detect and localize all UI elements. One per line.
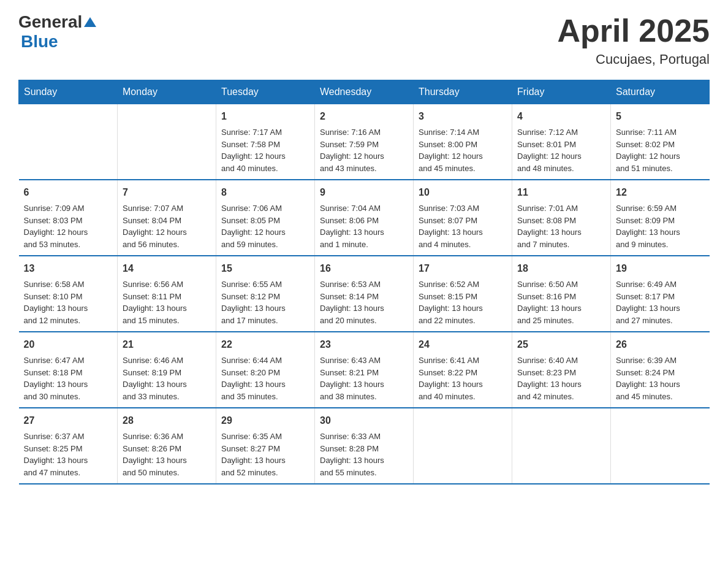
- weekday-header-saturday: Saturday: [611, 80, 710, 104]
- day-info: Sunrise: 6:41 AMSunset: 8:22 PMDaylight:…: [419, 354, 507, 402]
- calendar-cell: 1Sunrise: 7:17 AMSunset: 7:58 PMDaylight…: [216, 104, 315, 180]
- title-block: April 2025 Cucujaes, Portugal: [557, 12, 710, 67]
- calendar-cell: 23Sunrise: 6:43 AMSunset: 8:21 PMDayligh…: [315, 332, 414, 408]
- day-number: 26: [616, 337, 705, 352]
- calendar-cell: [19, 104, 118, 180]
- calendar-cell: 27Sunrise: 6:37 AMSunset: 8:25 PMDayligh…: [19, 408, 118, 484]
- logo-blue-text: Blue: [21, 32, 58, 51]
- calendar-cell: 9Sunrise: 7:04 AMSunset: 8:06 PMDaylight…: [315, 180, 414, 256]
- calendar-cell: [118, 104, 216, 180]
- day-number: 17: [419, 261, 507, 276]
- logo-general-text: General: [18, 12, 82, 32]
- calendar-cell: 10Sunrise: 7:03 AMSunset: 8:07 PMDayligh…: [414, 180, 512, 256]
- day-number: 28: [123, 413, 211, 428]
- logo-blue-row: Blue: [18, 32, 58, 52]
- weekday-header-row: SundayMondayTuesdayWednesdayThursdayFrid…: [19, 80, 710, 104]
- logo-icon: General Blue: [18, 12, 97, 52]
- day-info: Sunrise: 7:12 AMSunset: 8:01 PMDaylight:…: [517, 126, 605, 174]
- weekday-header-monday: Monday: [118, 80, 216, 104]
- calendar-body: 1Sunrise: 7:17 AMSunset: 7:58 PMDaylight…: [19, 104, 710, 484]
- calendar-cell: 3Sunrise: 7:14 AMSunset: 8:00 PMDaylight…: [414, 104, 512, 180]
- calendar-cell: 14Sunrise: 6:56 AMSunset: 8:11 PMDayligh…: [118, 256, 216, 332]
- calendar-cell: 17Sunrise: 6:52 AMSunset: 8:15 PMDayligh…: [414, 256, 512, 332]
- calendar-cell: 25Sunrise: 6:40 AMSunset: 8:23 PMDayligh…: [512, 332, 611, 408]
- logo: General Blue: [18, 12, 97, 52]
- calendar-cell: 16Sunrise: 6:53 AMSunset: 8:14 PMDayligh…: [315, 256, 414, 332]
- day-info: Sunrise: 7:09 AMSunset: 8:03 PMDaylight:…: [24, 202, 113, 250]
- day-number: 30: [320, 413, 408, 428]
- day-number: 27: [24, 413, 113, 428]
- day-info: Sunrise: 6:43 AMSunset: 8:21 PMDaylight:…: [320, 354, 408, 402]
- day-info: Sunrise: 6:44 AMSunset: 8:20 PMDaylight:…: [221, 354, 309, 402]
- page-header: General Blue April 2025 Cucujaes, Portug…: [18, 12, 710, 67]
- day-info: Sunrise: 7:04 AMSunset: 8:06 PMDaylight:…: [320, 202, 408, 250]
- day-number: 20: [24, 337, 113, 352]
- calendar-week-5: 27Sunrise: 6:37 AMSunset: 8:25 PMDayligh…: [19, 408, 710, 484]
- svg-marker-0: [84, 17, 96, 27]
- calendar-cell: 2Sunrise: 7:16 AMSunset: 7:59 PMDaylight…: [315, 104, 414, 180]
- day-number: 14: [123, 261, 211, 276]
- calendar-cell: 4Sunrise: 7:12 AMSunset: 8:01 PMDaylight…: [512, 104, 611, 180]
- day-info: Sunrise: 7:17 AMSunset: 7:58 PMDaylight:…: [221, 126, 309, 174]
- day-number: 1: [221, 109, 309, 124]
- calendar-cell: 28Sunrise: 6:36 AMSunset: 8:26 PMDayligh…: [118, 408, 216, 484]
- day-number: 10: [419, 185, 507, 200]
- logo-row: General: [18, 12, 97, 32]
- logo-triangle-icon: [83, 16, 97, 29]
- day-number: 29: [221, 413, 309, 428]
- day-info: Sunrise: 6:56 AMSunset: 8:11 PMDaylight:…: [123, 278, 211, 326]
- day-number: 5: [616, 109, 705, 124]
- calendar-cell: [414, 408, 512, 484]
- day-info: Sunrise: 6:33 AMSunset: 8:28 PMDaylight:…: [320, 431, 408, 478]
- calendar-cell: 7Sunrise: 7:07 AMSunset: 8:04 PMDaylight…: [118, 180, 216, 256]
- calendar-cell: 26Sunrise: 6:39 AMSunset: 8:24 PMDayligh…: [611, 332, 710, 408]
- day-info: Sunrise: 6:46 AMSunset: 8:19 PMDaylight:…: [123, 354, 211, 402]
- day-info: Sunrise: 7:11 AMSunset: 8:02 PMDaylight:…: [616, 126, 705, 174]
- day-info: Sunrise: 6:55 AMSunset: 8:12 PMDaylight:…: [221, 278, 309, 326]
- calendar-cell: [512, 408, 611, 484]
- calendar-table: SundayMondayTuesdayWednesdayThursdayFrid…: [18, 80, 710, 484]
- calendar-cell: 12Sunrise: 6:59 AMSunset: 8:09 PMDayligh…: [611, 180, 710, 256]
- day-info: Sunrise: 6:50 AMSunset: 8:16 PMDaylight:…: [517, 278, 605, 326]
- day-info: Sunrise: 6:49 AMSunset: 8:17 PMDaylight:…: [616, 278, 705, 326]
- day-info: Sunrise: 6:59 AMSunset: 8:09 PMDaylight:…: [616, 202, 705, 250]
- calendar-week-4: 20Sunrise: 6:47 AMSunset: 8:18 PMDayligh…: [19, 332, 710, 408]
- calendar-week-2: 6Sunrise: 7:09 AMSunset: 8:03 PMDaylight…: [19, 180, 710, 256]
- day-info: Sunrise: 7:16 AMSunset: 7:59 PMDaylight:…: [320, 126, 408, 174]
- day-number: 6: [24, 185, 113, 200]
- day-info: Sunrise: 6:47 AMSunset: 8:18 PMDaylight:…: [24, 354, 113, 402]
- weekday-header-thursday: Thursday: [414, 80, 512, 104]
- day-info: Sunrise: 7:07 AMSunset: 8:04 PMDaylight:…: [123, 202, 211, 250]
- weekday-header-tuesday: Tuesday: [216, 80, 315, 104]
- day-number: 7: [123, 185, 211, 200]
- day-info: Sunrise: 7:14 AMSunset: 8:00 PMDaylight:…: [419, 126, 507, 174]
- day-info: Sunrise: 6:58 AMSunset: 8:10 PMDaylight:…: [24, 278, 113, 326]
- day-info: Sunrise: 6:52 AMSunset: 8:15 PMDaylight:…: [419, 278, 507, 326]
- weekday-header-sunday: Sunday: [19, 80, 118, 104]
- calendar-title: April 2025: [557, 12, 710, 49]
- calendar-cell: 8Sunrise: 7:06 AMSunset: 8:05 PMDaylight…: [216, 180, 315, 256]
- day-number: 2: [320, 109, 408, 124]
- day-number: 19: [616, 261, 705, 276]
- calendar-cell: 21Sunrise: 6:46 AMSunset: 8:19 PMDayligh…: [118, 332, 216, 408]
- day-number: 11: [517, 185, 605, 200]
- calendar-cell: 29Sunrise: 6:35 AMSunset: 8:27 PMDayligh…: [216, 408, 315, 484]
- day-number: 21: [123, 337, 211, 352]
- day-number: 25: [517, 337, 605, 352]
- calendar-cell: 15Sunrise: 6:55 AMSunset: 8:12 PMDayligh…: [216, 256, 315, 332]
- day-number: 15: [221, 261, 309, 276]
- calendar-week-3: 13Sunrise: 6:58 AMSunset: 8:10 PMDayligh…: [19, 256, 710, 332]
- day-number: 13: [24, 261, 113, 276]
- weekday-header-wednesday: Wednesday: [315, 80, 414, 104]
- day-number: 8: [221, 185, 309, 200]
- day-info: Sunrise: 7:03 AMSunset: 8:07 PMDaylight:…: [419, 202, 507, 250]
- day-number: 23: [320, 337, 408, 352]
- calendar-cell: 5Sunrise: 7:11 AMSunset: 8:02 PMDaylight…: [611, 104, 710, 180]
- day-number: 12: [616, 185, 705, 200]
- calendar-header: SundayMondayTuesdayWednesdayThursdayFrid…: [19, 80, 710, 104]
- day-info: Sunrise: 6:37 AMSunset: 8:25 PMDaylight:…: [24, 431, 113, 478]
- day-number: 16: [320, 261, 408, 276]
- calendar-cell: 6Sunrise: 7:09 AMSunset: 8:03 PMDaylight…: [19, 180, 118, 256]
- day-info: Sunrise: 6:53 AMSunset: 8:14 PMDaylight:…: [320, 278, 408, 326]
- calendar-subtitle: Cucujaes, Portugal: [557, 52, 710, 67]
